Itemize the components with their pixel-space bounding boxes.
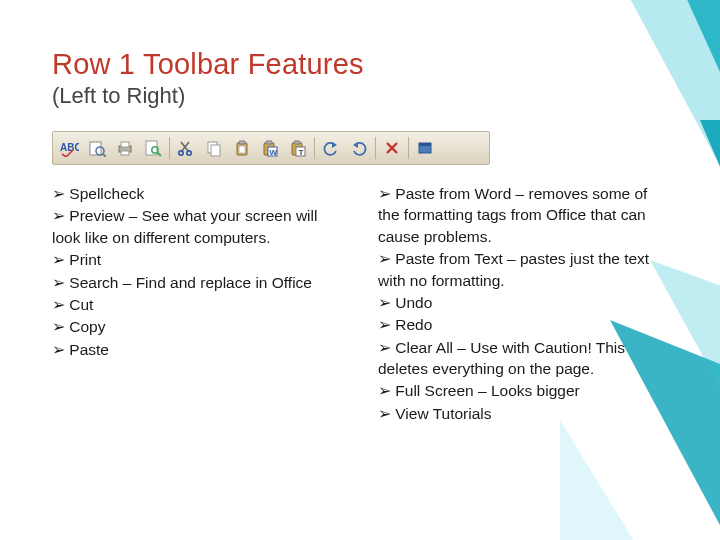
bullet-item: ➢ Cut [52,294,342,315]
svg-rect-21 [211,145,220,156]
paste-word-icon[interactable]: W [256,135,284,161]
svg-marker-5 [560,420,670,540]
bullet-item: ➢ View Tutorials [378,403,668,424]
cut-icon[interactable] [172,135,200,161]
bullet-item: ➢ Paste from Text – pastes just the text… [378,248,668,291]
slide-subtitle: (Left to Right) [52,83,668,109]
right-column: ➢ Paste from Word – removes some of the … [378,183,668,425]
svg-text:W: W [270,148,278,157]
svg-marker-33 [332,142,337,148]
toolbar-separator [314,137,315,159]
paste-text-icon[interactable]: T [284,135,312,161]
redo-icon[interactable] [345,135,373,161]
bullet-item: ➢ Search – Find and replace in Office [52,272,342,293]
copy-icon[interactable] [200,135,228,161]
clear-icon[interactable] [378,135,406,161]
search-icon[interactable] [139,135,167,161]
svg-point-19 [187,151,191,155]
bullet-item: ➢ Redo [378,314,668,335]
bullet-item: ➢ Paste [52,339,342,360]
content-columns: ➢ Spellcheck➢ Preview – See what your sc… [52,183,668,425]
svg-rect-7 [90,142,101,155]
slide-title: Row 1 Toolbar Features [52,48,668,81]
svg-line-15 [158,153,162,157]
bullet-item: ➢ Full Screen – Looks bigger [378,380,668,401]
svg-rect-11 [121,142,129,147]
svg-rect-12 [121,151,129,155]
svg-text:ABC: ABC [60,142,79,153]
svg-rect-38 [419,143,431,146]
svg-rect-30 [294,141,300,144]
bullet-item: ➢ Copy [52,316,342,337]
bullet-item: ➢ Paste from Word – removes some of the … [378,183,668,247]
svg-marker-34 [353,142,358,148]
bullet-item: ➢ Print [52,249,342,270]
paste-icon[interactable] [228,135,256,161]
toolbar-row-1: ABC W T [52,131,490,165]
svg-point-18 [179,151,183,155]
bullet-item: ➢ Preview – See what your screen will lo… [52,205,342,248]
bullet-item: ➢ Undo [378,292,668,313]
print-icon[interactable] [111,135,139,161]
bullet-item: ➢ Spellcheck [52,183,342,204]
svg-rect-23 [239,141,245,144]
fullscreen-icon[interactable] [411,135,439,161]
toolbar-separator [169,137,170,159]
undo-icon[interactable] [317,135,345,161]
svg-rect-24 [239,146,245,153]
spellcheck-icon[interactable]: ABC [55,135,83,161]
toolbar-separator [375,137,376,159]
left-column: ➢ Spellcheck➢ Preview – See what your sc… [52,183,342,425]
bullet-item: ➢ Clear All – Use with Caution! This del… [378,337,668,380]
svg-line-9 [103,154,106,157]
preview-icon[interactable] [83,135,111,161]
toolbar-separator [408,137,409,159]
svg-rect-26 [266,141,272,144]
svg-text:T: T [299,148,304,157]
